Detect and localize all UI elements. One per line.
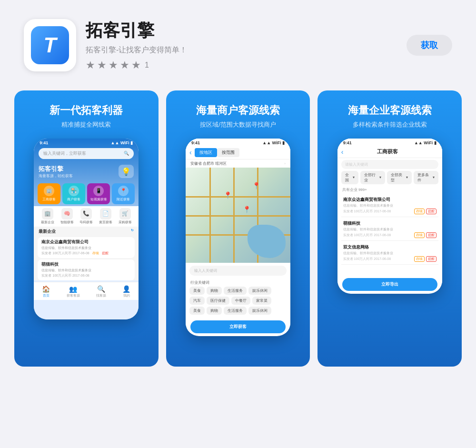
tag-food2[interactable]: 美食 — [189, 307, 205, 315]
ent-tags-3: 存续 提醒 — [414, 256, 436, 262]
phone2-screen: 9:41 ▲▲ WiFi ▮ ‹ 按地区 按范围 安徽省 合肥市 瑶河区 › — [186, 139, 290, 333]
tag-ent[interactable]: 娱乐休闲 — [248, 287, 271, 295]
nav-label-5: 采购获客 — [119, 220, 132, 225]
nav-col-4[interactable]: 📄 黄页获客 — [99, 208, 112, 225]
phone-bottom-1: 🏠 首页 👥 获客客源 🔍 找客源 👤 我的 — [34, 282, 139, 300]
phone-mockup-3: 9:41 ▲▲ WiFi ▮ ‹ 工商获客 请输入关键词 全国 ▾ 全部行业 ▾… — [337, 139, 442, 294]
status-time-3: 9:41 — [343, 140, 352, 145]
menu-item-1[interactable]: 🏢 工商获客 — [38, 183, 60, 204]
menu-icon-1: 🏢 — [44, 186, 54, 196]
ent-card-3: 双文信息网络 信息传输、软件和信息技术服务业 实发者 100万人民币 2017-… — [341, 242, 438, 265]
road-v-1 — [209, 168, 211, 263]
app-subtitle: 拓客引擎-让找客户变得简单！ — [86, 45, 397, 55]
map-water — [248, 225, 286, 258]
refresh-icon[interactable]: ↻ — [131, 229, 134, 235]
nav-icons-row: 🏢 最新企业 🧠 智能获客 📞 号码获客 📄 黄页获客 — [34, 206, 139, 227]
phone3-header: ‹ 工商获客 — [337, 146, 442, 158]
tag-ent2[interactable]: 娱乐休闲 — [248, 307, 271, 315]
bottom-tab-mine[interactable]: 👤 我的 — [122, 285, 130, 298]
phone2-header: ‹ 按地区 按范围 — [186, 146, 290, 159]
filter-more[interactable]: 更多条件 ▾ — [414, 171, 438, 184]
card-1-title: 新一代拓客利器 — [24, 104, 149, 118]
tag-shop2[interactable]: 购物 — [207, 307, 222, 315]
menu-icon-3: 📱 — [93, 186, 104, 196]
tag-health[interactable]: 医疗保健 — [207, 297, 229, 305]
nav-icon-4: 📄 — [100, 208, 111, 219]
ent-tags-1: 存续 提醒 — [414, 209, 436, 214]
menu-item-4[interactable]: 📍 附近获客 — [112, 183, 135, 204]
nav-col-2[interactable]: 🧠 智能获客 — [60, 208, 74, 225]
company-meta-2: 实发者 100万人民币 2017-06-08 — [41, 273, 131, 278]
map-area: 📍 📍 📍 — [186, 168, 290, 263]
chevron-down-icon-1: ▾ — [353, 175, 355, 179]
company-meta-text-2: 实发者 100万人民币 2017-06-08 — [41, 273, 89, 278]
back-arrow-icon[interactable]: ‹ — [189, 149, 192, 156]
industry-title: 行业关键词 — [186, 279, 290, 287]
tag-life2[interactable]: 生活服务 — [224, 307, 247, 315]
app-header: T 拓客引擎 拓客引擎-让找客户变得简单！ ★ ★ ★ ★ ★ 1 获取 — [24, 19, 452, 71]
phone3-search[interactable]: 请输入关键词 — [341, 160, 438, 169]
get-button[interactable]: 获取 — [407, 35, 452, 56]
search-bar-1[interactable]: 输入关键词，立即获客 🔍 — [39, 148, 134, 159]
status-time-1: 9:41 — [40, 140, 48, 145]
search-placeholder-2: 输入人关键词 — [194, 269, 217, 273]
star-3: ★ — [109, 59, 118, 71]
map-pin-2: 📍 — [243, 206, 251, 213]
tab-by-range[interactable]: 按范围 — [217, 148, 239, 157]
ent-info-1: 信息传输、软件和信息技术服务业 — [343, 203, 436, 208]
nav-col-5[interactable]: 🛒 采购获客 — [119, 208, 132, 225]
tag-life[interactable]: 生活服务 — [224, 287, 247, 295]
nav-col-1[interactable]: 🏢 最新企业 — [41, 208, 54, 225]
tab-by-area[interactable]: 按地区 — [195, 148, 217, 157]
star-2: ★ — [97, 59, 107, 71]
rating-count: 1 — [145, 61, 149, 70]
ent-tags-2: 存续 提醒 — [414, 232, 436, 238]
filter-type[interactable]: 全部类型 ▾ — [387, 171, 412, 184]
tag-orange-1: 存续 — [92, 251, 99, 256]
status-bar-3: 9:41 ▲▲ WiFi ▮ — [337, 139, 442, 146]
app-icon: T — [24, 19, 76, 71]
bottom-tab-home[interactable]: 🏠 首页 — [42, 285, 50, 298]
ent-card-2: 萌猫科技 信息传输、软件和信息技术服务业 实发者 100万人民币 2017-06… — [341, 218, 438, 241]
filter-region[interactable]: 全国 ▾ — [341, 171, 359, 184]
app-name: 拓客引擎 — [86, 19, 397, 42]
tag-auto[interactable]: 汽车 — [189, 297, 205, 305]
company-meta-1: 实发者 100万人民币 2017-06-08 存续 提醒 — [41, 251, 131, 256]
tag-homecook[interactable]: 家常菜 — [252, 297, 271, 305]
tag-restaurant[interactable]: 中餐厅 — [231, 297, 250, 305]
menu-item-2[interactable]: 🏪 商户获客 — [62, 183, 85, 204]
menu-item-3[interactable]: 📱 短视频获客 — [87, 183, 110, 204]
etag-orange-3: 存续 — [414, 256, 425, 262]
map-pin-3: 📍 — [252, 182, 260, 189]
chevron-down-icon-4: ▾ — [433, 175, 435, 179]
cta-button-3[interactable]: 立即导出 — [342, 278, 437, 291]
location-bar: 安徽省 合肥市 瑶河区 › — [186, 159, 290, 168]
menu-label-2: 商户获客 — [67, 197, 80, 202]
screenshot-card-2: 海量商户客源线索 按区域/范围大数据寻找商户 9:41 ▲▲ WiFi ▮ ‹ … — [166, 90, 310, 367]
find-icon: 🔍 — [97, 285, 105, 293]
ent-meta-text-3: 实发者 100万人民币 2017-06-08 — [343, 257, 391, 261]
company-info-2: 信息传输、软件和信息技术服务业 — [41, 268, 131, 273]
bottom-tab-find[interactable]: 🔍 找客源 — [96, 285, 106, 298]
tag-shopping[interactable]: 购物 — [207, 287, 222, 295]
tab-row: 按地区 按范围 — [195, 148, 239, 157]
cta-button-2[interactable]: 立即获客 — [190, 320, 286, 333]
ent-meta-text-2: 实发者 100万人民币 2017-06-08 — [343, 233, 391, 238]
company-card-2: 萌猫科技 信息传输、软件和信息技术服务业 实发者 100万人民币 2017-06… — [38, 259, 135, 280]
phone1-screen: 9:41 ▲▲ WiFi ▮ 输入关键词，立即获客 🔍 拓客引擎 海量客源，轻松… — [34, 139, 139, 319]
nav-col-3[interactable]: 📞 号码获客 — [79, 208, 93, 225]
tag-food[interactable]: 美食 — [189, 287, 205, 295]
phone2-search[interactable]: 输入人关键词 — [189, 266, 287, 276]
filter-industry[interactable]: 全部行业 ▾ — [360, 171, 385, 184]
etag-red-2: 提醒 — [426, 232, 436, 238]
phone3-title: 工商获客 — [343, 148, 431, 155]
hero-sub-1: 海量客源，轻松获客 — [39, 173, 73, 179]
ent-meta-text-1: 实发者 100万人民币 2017-06-08 — [343, 209, 391, 214]
search-text-1: 输入关键词，立即获客 — [43, 150, 86, 157]
road-h-1 — [186, 196, 290, 198]
menu-label-4: 附近获客 — [117, 197, 130, 202]
screenshot-card-3: 海量企业客源线索 多样检索条件筛选企业线索 9:41 ▲▲ WiFi ▮ ‹ 工… — [317, 90, 462, 367]
company-card-1: 南京众达鑫商贸有限公司 信息传输、软件和信息技术服务业 实发者 100万人民币 … — [38, 237, 135, 258]
ent-card-1: 南京众达鑫商贸有限公司 信息传输、软件和信息技术服务业 实发者 100万人民币 … — [341, 194, 438, 217]
bottom-tab-clients[interactable]: 👥 获客客源 — [67, 285, 80, 298]
